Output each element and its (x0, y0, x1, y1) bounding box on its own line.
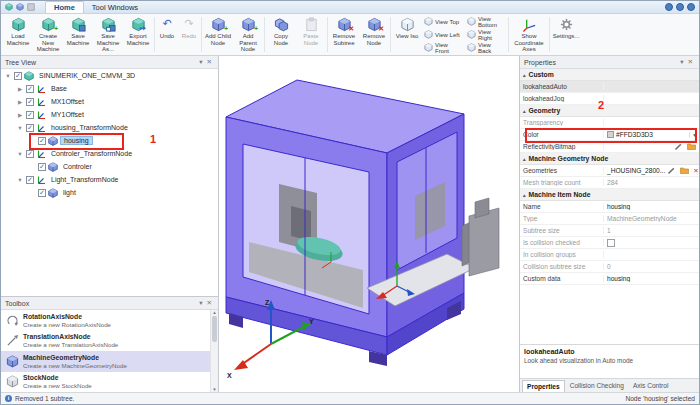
visibility-checkbox[interactable]: ✓ (26, 150, 34, 158)
visibility-checkbox[interactable]: ✓ (26, 111, 34, 119)
property-row-lookaheadjog[interactable]: lookaheadJog (520, 93, 699, 105)
tree-node-base[interactable]: ▶ ✓ Base (1, 82, 218, 95)
scroll-up-icon[interactable]: ▲ (212, 310, 216, 315)
view-left-button[interactable]: View Left (422, 28, 464, 41)
expand-arrow-icon[interactable]: ▼ (16, 177, 24, 183)
expand-arrow-icon[interactable]: ▼ (16, 125, 24, 131)
property-value[interactable] (604, 142, 699, 151)
property-value[interactable]: housing (604, 275, 699, 282)
toolbox-item-translationaxisnode[interactable]: TranslationAxisNode Create a new Transla… (1, 331, 218, 352)
copy-node-button[interactable]: Copy Node (266, 15, 296, 54)
add-child-node-button[interactable]: + Add Child Node (203, 15, 233, 54)
tree-node-mx1offset[interactable]: ▶ ✓ MX1Offset (1, 95, 218, 108)
paste-node-button[interactable]: Paste Node (296, 15, 326, 54)
toolbox-scrollbar[interactable]: ▲ ▼ (210, 310, 218, 392)
property-row-name[interactable]: Name housing (520, 201, 699, 213)
add-parent-node-button[interactable]: + Add Parent Node (233, 15, 263, 54)
quick-access-icon-2[interactable] (16, 3, 24, 11)
pin-chevron-icon[interactable]: ▾ (197, 58, 204, 66)
section-geometry[interactable]: ▴Geometry (520, 105, 699, 117)
section-machine-geometry-node[interactable]: ▴Machine Geometry Node (520, 153, 699, 165)
load-machine-button[interactable]: Load Machine (3, 15, 33, 54)
toolbox-item-stocknode[interactable]: StockNode Create a new StockNode (1, 372, 218, 393)
remove-subtree-button[interactable]: ✕ Remove Subtree (329, 15, 359, 54)
scroll-down-icon[interactable]: ▼ (212, 387, 216, 392)
tree-node-controler[interactable]: ✓ Controler (1, 160, 218, 173)
expand-arrow-icon[interactable]: ▶ (16, 112, 24, 118)
view-right-button[interactable]: View Right (465, 28, 507, 41)
titlebar-button-2[interactable] (676, 3, 684, 11)
collision-checkbox[interactable] (607, 239, 615, 247)
tree-node-light[interactable]: ✓ light (1, 186, 218, 199)
tree-node-label: housing_TransformNode (48, 123, 131, 132)
view-front-button[interactable]: View Front (422, 41, 464, 54)
pin-chevron-icon[interactable]: ▾ (197, 299, 204, 307)
scrollbar-thumb[interactable] (212, 316, 217, 342)
save-machine-button[interactable]: Save Machine (63, 15, 93, 54)
export-machine-label: Export Machine (123, 33, 153, 46)
clear-icon[interactable]: ✕ (693, 167, 698, 175)
tree-node-housing[interactable]: ✓ housing (1, 134, 218, 147)
view-iso-button[interactable]: View Iso (392, 15, 422, 54)
expand-arrow-icon[interactable]: ▶ (16, 99, 24, 105)
titlebar-button-1[interactable] (665, 3, 673, 11)
titlebar-button-3[interactable] (687, 3, 695, 11)
visibility-checkbox[interactable]: ✓ (38, 163, 46, 171)
property-row-custom-data[interactable]: Custom data housing (520, 273, 699, 285)
folder-icon[interactable] (687, 142, 696, 151)
tree-node-my1offset[interactable]: ▶ ✓ MY1Offset (1, 108, 218, 121)
color-value-dropdown[interactable]: #FFD3D3D3 ▾ (604, 131, 699, 138)
undo-button[interactable]: ↶ Undo (156, 15, 178, 54)
visibility-checkbox[interactable]: ✓ (14, 72, 22, 80)
tab-tool-windows[interactable]: Tool Windows (84, 2, 146, 13)
property-value: MachineGeometryNode (604, 215, 699, 222)
view-bottom-button[interactable]: View Bottom (465, 15, 507, 28)
viewport-3d[interactable]: Z Y X (219, 56, 519, 392)
remove-node-button[interactable]: ✕ Remove Node (359, 15, 389, 54)
section-custom[interactable]: ▴Custom (520, 69, 699, 81)
save-machine-as-button[interactable]: Save Machine As... (93, 15, 123, 54)
show-coordinate-axes-button[interactable]: Show Coordinate Axes (510, 15, 548, 54)
property-value[interactable]: _HOUSING_2800... ✕ (604, 166, 699, 175)
view-back-button[interactable]: View Back (465, 41, 507, 54)
property-row-lookaheadauto[interactable]: lookaheadAuto (520, 81, 699, 93)
toolbox-item-rotationaxisnode[interactable]: RotationAxisNode Create a new RotationAx… (1, 310, 218, 331)
tree-node-light-transformnode[interactable]: ▼ ✓ Light_TransformNode (1, 173, 218, 186)
close-icon[interactable]: ✕ (686, 58, 695, 66)
tree-node-controler-transformnode[interactable]: ▼ ✓ Controler_TransformNode (1, 147, 218, 160)
redo-button[interactable]: ↷ Redo (178, 15, 200, 54)
view-front-label: View Front (435, 42, 462, 54)
create-new-machine-button[interactable]: + Create New Machine (33, 15, 63, 54)
visibility-checkbox[interactable]: ✓ (38, 137, 46, 145)
settings-button[interactable]: Settings... (551, 15, 581, 54)
visibility-checkbox[interactable]: ✓ (26, 176, 34, 184)
tab-axis-control[interactable]: Axis Control (629, 379, 673, 392)
expand-arrow-icon[interactable]: ▼ (4, 73, 12, 79)
section-machine-item-node[interactable]: ▴Machine Item Node (520, 189, 699, 201)
tab-home[interactable]: Home (45, 1, 84, 13)
pin-chevron-icon[interactable]: ▾ (678, 58, 685, 66)
dropdown-arrow-icon[interactable]: ▾ (689, 132, 696, 138)
expand-arrow-icon[interactable]: ▶ (16, 86, 24, 92)
toolbox-item-machinegeometrynode[interactable]: MachineGeometryNode Create a new Machine… (1, 351, 218, 372)
close-icon[interactable]: ✕ (205, 299, 214, 307)
view-top-button[interactable]: View Top (422, 15, 464, 28)
folder-icon[interactable] (680, 166, 689, 175)
close-icon[interactable]: ✕ (205, 58, 214, 66)
quick-access-icon-1[interactable] (5, 3, 13, 11)
visibility-checkbox[interactable]: ✓ (26, 98, 34, 106)
tab-collision-checking[interactable]: Collision Checking (566, 379, 628, 392)
export-machine-button[interactable]: Export Machine (123, 15, 153, 54)
edit-icon[interactable] (667, 166, 676, 175)
tree-node-sinumerik-one-cmvm-3d[interactable]: ▼ ✓ SINUMERIK_ONE_CMVM_3D (1, 69, 218, 82)
quick-access-icon-3[interactable] (27, 3, 35, 11)
visibility-checkbox[interactable]: ✓ (26, 124, 34, 132)
property-value[interactable]: housing (604, 203, 699, 210)
visibility-checkbox[interactable]: ✓ (26, 85, 34, 93)
collapse-arrow-icon: ▴ (523, 192, 526, 198)
edit-icon[interactable] (674, 142, 683, 151)
expand-arrow-icon[interactable]: ▼ (16, 151, 24, 157)
visibility-checkbox[interactable]: ✓ (38, 189, 46, 197)
tab-properties[interactable]: Properties (522, 380, 565, 392)
tree-node-housing-transformnode[interactable]: ▼ ✓ housing_TransformNode (1, 121, 218, 134)
